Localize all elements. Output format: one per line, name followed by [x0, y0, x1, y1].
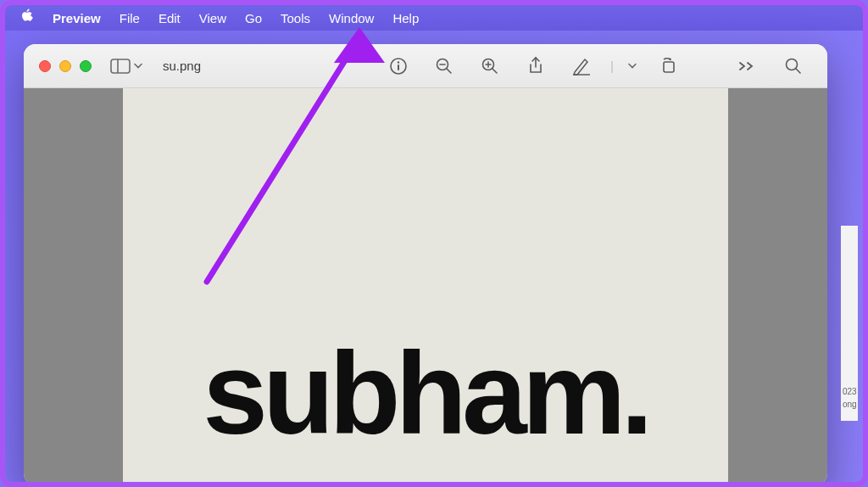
document-viewport[interactable]: subham.: [24, 88, 827, 482]
close-button[interactable]: [39, 60, 51, 72]
menubar-app-name[interactable]: Preview: [53, 11, 101, 25]
window-titlebar: su.png |: [24, 44, 827, 88]
minimize-button[interactable]: [59, 60, 71, 72]
image-canvas: subham.: [123, 88, 728, 482]
menu-help[interactable]: Help: [392, 11, 419, 25]
search-icon: [784, 57, 803, 76]
markup-icon: [571, 57, 592, 76]
menu-edit[interactable]: Edit: [159, 11, 181, 25]
image-rendered-text: subham.: [203, 334, 648, 451]
svg-rect-4: [398, 64, 399, 70]
apple-menu-icon[interactable]: [20, 8, 34, 28]
markup-dropdown[interactable]: [624, 44, 641, 88]
chevron-down-icon: [628, 63, 637, 70]
svg-rect-0: [111, 59, 130, 73]
maximize-button[interactable]: [80, 60, 92, 72]
menu-file[interactable]: File: [120, 11, 140, 25]
info-button[interactable]: [380, 44, 417, 88]
svg-line-6: [447, 69, 451, 73]
menu-view[interactable]: View: [199, 11, 226, 25]
zoom-in-icon: [481, 57, 499, 76]
zoom-out-button[interactable]: [426, 44, 463, 88]
preview-window: su.png |: [24, 44, 827, 482]
share-icon: [527, 56, 544, 76]
chevrons-right-icon: [738, 61, 757, 71]
svg-rect-13: [664, 62, 674, 72]
traffic-lights: [39, 60, 92, 72]
svg-line-15: [796, 69, 800, 73]
zoom-out-icon: [435, 57, 453, 76]
menu-tools[interactable]: Tools: [281, 11, 310, 25]
rotate-button[interactable]: [649, 44, 687, 88]
window-filename: su.png: [163, 59, 201, 73]
search-button[interactable]: [775, 44, 812, 88]
info-icon: [389, 57, 408, 76]
background-panel-peek: 023 ong: [841, 226, 858, 421]
macos-menubar: Preview File Edit View Go Tools Window H…: [5, 5, 863, 31]
chevron-down-icon: [134, 63, 142, 70]
rotate-icon: [659, 57, 677, 76]
svg-line-9: [492, 69, 497, 73]
share-button[interactable]: [517, 44, 554, 88]
sidebar-toggle-button[interactable]: [110, 59, 142, 74]
menu-go[interactable]: Go: [245, 11, 262, 25]
zoom-in-button[interactable]: [471, 44, 509, 88]
separator: |: [609, 59, 615, 73]
menu-window[interactable]: Window: [329, 11, 374, 25]
more-button[interactable]: [729, 44, 766, 88]
svg-point-3: [398, 61, 399, 63]
markup-button[interactable]: [563, 44, 600, 88]
